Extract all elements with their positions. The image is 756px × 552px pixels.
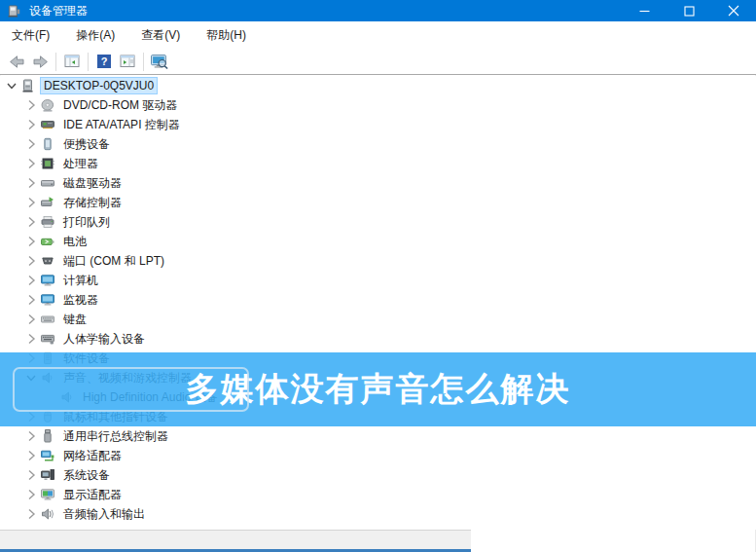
toolbar-separator — [55, 53, 56, 71]
chevron-right-icon[interactable] — [23, 195, 39, 210]
tree-item-computer[interactable]: 计算机 — [0, 271, 756, 290]
chevron-right-icon[interactable] — [23, 136, 39, 152]
device-tree: DESKTOP-0Q5VJU0 DVD/CD-ROM 驱动器 IDE ATA/A… — [0, 76, 756, 530]
chevron-right-icon[interactable] — [23, 175, 39, 191]
storage-controller-icon — [39, 195, 56, 210]
highlight-box — [13, 367, 249, 412]
device-manager-icon[interactable] — [7, 4, 21, 18]
tree-item-monitors[interactable]: 监视器 — [0, 290, 756, 310]
chevron-right-icon[interactable] — [23, 331, 39, 347]
tree-item-label: DESKTOP-0Q5VJU0 — [41, 78, 157, 93]
tree-item-audio-inputs-outputs[interactable]: 音频输入和输出 — [0, 504, 756, 524]
chevron-right-icon[interactable] — [23, 97, 39, 113]
chevron-right-icon[interactable] — [23, 487, 39, 502]
help-icon[interactable]: ? — [92, 51, 116, 73]
title-bar: 设备管理器 — [0, 0, 756, 21]
tree-item-label: 存储控制器 — [60, 194, 125, 212]
tree-item-label: 计算机 — [60, 272, 101, 290]
chevron-right-icon[interactable] — [23, 253, 39, 269]
tree-item-label: 电池 — [60, 233, 90, 251]
chevron-right-icon[interactable] — [23, 292, 39, 308]
tree-item-label: 通用串行总线控制器 — [60, 427, 171, 446]
tree-item-label: 网络适配器 — [60, 447, 125, 465]
tree-item-label: 显示适配器 — [60, 486, 125, 504]
processor-icon — [39, 156, 56, 171]
tree-item-label: 磁盘驱动器 — [60, 174, 125, 193]
chevron-right-icon[interactable] — [23, 234, 39, 249]
toolbar: ? — [0, 49, 756, 75]
tree-item-label: DVD/CD-ROM 驱动器 — [60, 96, 180, 115]
tree-item-usb-controllers[interactable]: 通用串行总线控制器 — [0, 426, 756, 446]
chevron-down-icon[interactable] — [4, 78, 19, 93]
ide-controller-icon — [39, 117, 56, 132]
usb-icon — [39, 428, 56, 444]
chevron-right-icon[interactable] — [23, 467, 39, 483]
chevron-right-icon[interactable] — [23, 448, 39, 463]
tree-item-keyboards[interactable]: 键盘 — [0, 310, 756, 329]
device-manager-window: 设备管理器 文件(F) 操作(A) 查看(V) 帮助(H) ? DESKTOP-… — [0, 0, 756, 552]
chevron-right-icon[interactable] — [23, 506, 39, 522]
tree-item-batteries[interactable]: 电池 — [0, 232, 756, 251]
toolbar-separator — [143, 53, 144, 71]
chevron-right-icon[interactable] — [23, 428, 39, 444]
tree-item-desktop-root[interactable]: DESKTOP-0Q5VJU0 — [0, 76, 756, 95]
svg-text:?: ? — [101, 55, 108, 67]
menu-bar: 文件(F) 操作(A) 查看(V) 帮助(H) — [0, 21, 756, 49]
hid-icon — [39, 331, 56, 347]
scan-hardware-changes-icon[interactable] — [148, 51, 171, 73]
maximize-button[interactable] — [666, 0, 711, 21]
tree-item-label: 打印队列 — [60, 213, 113, 232]
tree-item-ports[interactable]: 端口 (COM 和 LPT) — [0, 251, 756, 271]
action-pane-icon[interactable] — [116, 51, 139, 73]
tree-item-print-queues[interactable]: 打印队列 — [0, 212, 756, 232]
computer-monitor-icon — [39, 273, 56, 288]
toolbar-separator — [88, 53, 89, 71]
tree-item-label: 端口 (COM 和 LPT) — [60, 252, 167, 271]
tree-item-portable-devices[interactable]: 便携设备 — [0, 134, 756, 154]
window-controls — [622, 0, 756, 21]
battery-icon — [39, 234, 56, 249]
network-adapter-icon — [39, 448, 56, 463]
portable-device-icon — [39, 136, 56, 152]
system-device-icon — [39, 467, 56, 483]
computer-icon — [19, 78, 37, 93]
forward-icon[interactable] — [28, 51, 52, 73]
chevron-right-icon[interactable] — [23, 273, 39, 288]
display-adapter-icon — [39, 487, 56, 502]
tree-item-label: 人体学输入设备 — [60, 330, 148, 349]
show-console-tree-icon[interactable] — [60, 51, 84, 73]
tree-item-dvd-cd-rom[interactable]: DVD/CD-ROM 驱动器 — [0, 95, 756, 115]
tree-item-storage-controllers[interactable]: 存储控制器 — [0, 193, 756, 212]
tree-item-system-devices[interactable]: 系统设备 — [0, 465, 756, 485]
ports-icon — [39, 253, 56, 269]
menu-action[interactable]: 操作(A) — [66, 22, 125, 49]
menu-view[interactable]: 查看(V) — [131, 22, 190, 49]
tree-item-ide-controllers[interactable]: IDE ATA/ATAPI 控制器 — [0, 115, 756, 134]
disc-drive-icon — [39, 97, 56, 113]
tree-item-label: 键盘 — [60, 311, 90, 329]
chevron-right-icon[interactable] — [23, 117, 39, 132]
disk-drive-icon — [39, 175, 56, 191]
tree-item-label: 监视器 — [60, 291, 101, 310]
close-button[interactable] — [711, 0, 756, 21]
tree-item-disk-drives[interactable]: 磁盘驱动器 — [0, 173, 756, 193]
tree-item-hid[interactable]: 人体学输入设备 — [0, 329, 756, 349]
window-title: 设备管理器 — [29, 3, 88, 19]
tree-item-network-adapters[interactable]: 网络适配器 — [0, 446, 756, 465]
menu-file[interactable]: 文件(F) — [2, 22, 59, 49]
audio-io-icon — [39, 506, 56, 522]
chevron-right-icon[interactable] — [23, 156, 39, 171]
banner-overlay: 多媒体没有声音怎么解决 — [0, 352, 756, 426]
minimize-button[interactable] — [622, 0, 666, 21]
back-icon[interactable] — [5, 51, 28, 73]
chevron-right-icon[interactable] — [23, 312, 39, 327]
menu-help[interactable]: 帮助(H) — [197, 22, 256, 49]
tree-item-processors[interactable]: 处理器 — [0, 154, 756, 173]
tree-item-label: IDE ATA/ATAPI 控制器 — [60, 116, 183, 134]
tree-item-label: 便携设备 — [60, 135, 113, 154]
status-bar — [0, 530, 471, 552]
chevron-right-icon[interactable] — [23, 214, 39, 230]
print-queue-icon — [39, 214, 56, 230]
monitor-icon — [39, 292, 56, 308]
tree-item-display-adapters[interactable]: 显示适配器 — [0, 485, 756, 504]
